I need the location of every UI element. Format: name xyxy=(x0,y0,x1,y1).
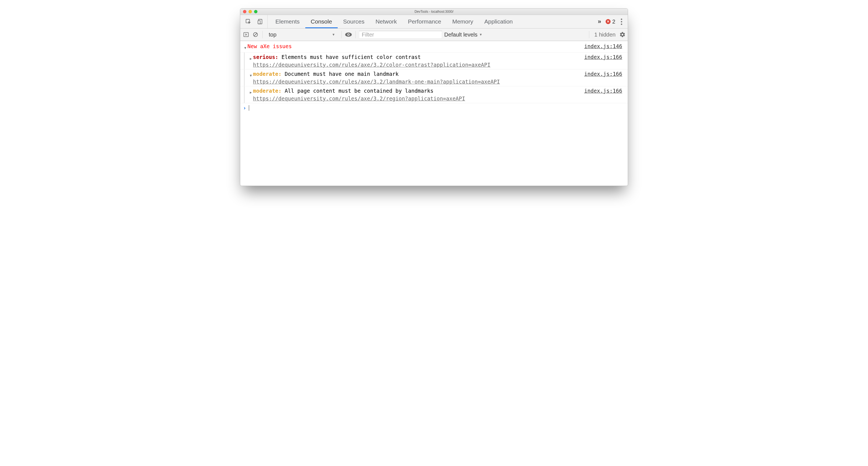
log-levels-label: Default levels xyxy=(444,32,477,38)
settings-kebab-icon[interactable] xyxy=(620,18,623,26)
titlebar: DevTools - localhost:3000/ xyxy=(240,8,628,15)
tree-connector-line xyxy=(244,86,244,103)
disclosure-triangle-down-icon[interactable]: ▼ xyxy=(243,42,247,52)
log-message: Elements must have sufficient color cont… xyxy=(278,54,421,60)
console-group-header[interactable]: ▼ New aXe issues index.js:146 xyxy=(240,42,628,53)
tab-console[interactable]: Console xyxy=(305,15,338,28)
window-title: DevTools - localhost:3000/ xyxy=(240,10,628,13)
tab-performance[interactable]: Performance xyxy=(402,15,447,28)
svg-point-8 xyxy=(348,34,349,35)
tree-connector-line xyxy=(244,69,244,86)
toolbar-separator xyxy=(262,31,263,38)
inspect-element-icon[interactable] xyxy=(245,18,252,25)
console-toolbar-right: 1 hidden xyxy=(588,31,625,38)
error-count-value: 2 xyxy=(612,19,615,25)
toggle-sidebar-icon[interactable] xyxy=(243,31,250,38)
chevron-down-icon: ▼ xyxy=(332,33,335,36)
tab-application[interactable]: Application xyxy=(479,15,519,28)
tab-elements[interactable]: Elements xyxy=(270,15,305,28)
error-icon: ✕ xyxy=(606,19,611,24)
console-entries: ▶serious: Elements must have sufficient … xyxy=(240,53,628,103)
console-settings-icon[interactable] xyxy=(619,32,625,38)
tab-memory[interactable]: Memory xyxy=(447,15,479,28)
svg-rect-2 xyxy=(258,21,260,24)
execution-context-value: top xyxy=(269,32,277,38)
toolbar-separator xyxy=(341,31,342,38)
severity-label: moderate: xyxy=(253,88,281,94)
window-close-button[interactable] xyxy=(243,10,246,13)
severity-label: serious: xyxy=(253,54,278,60)
window-maximize-button[interactable] xyxy=(254,10,257,13)
console-log-row[interactable]: ▶serious: Elements must have sufficient … xyxy=(240,53,628,69)
live-expression-icon[interactable] xyxy=(345,31,352,38)
filter-input[interactable] xyxy=(359,31,442,38)
doc-url-link[interactable]: https://dequeuniversity.com/rules/axe/3.… xyxy=(253,78,581,86)
tabs-right-group: » ✕ 2 xyxy=(598,18,627,26)
disclosure-triangle-right-icon[interactable]: ▶ xyxy=(249,87,253,96)
prompt-caret-icon: › xyxy=(243,104,249,112)
panel-tabs: Elements Console Sources Network Perform… xyxy=(270,15,518,28)
console-log-row[interactable]: ▼moderate: Document must have one main l… xyxy=(240,69,628,86)
log-levels-select[interactable]: Default levels ▼ xyxy=(444,32,483,38)
error-count-pill[interactable]: ✕ 2 xyxy=(606,19,615,25)
source-link[interactable]: index.js:166 xyxy=(584,53,622,61)
disclosure-triangle-down-icon[interactable]: ▼ xyxy=(249,70,253,80)
tab-network[interactable]: Network xyxy=(370,15,402,28)
traffic-lights xyxy=(240,10,257,13)
toolbar-separator xyxy=(355,31,356,38)
chevron-down-icon: ▼ xyxy=(479,33,483,36)
console-group-label: New aXe issues xyxy=(247,42,292,50)
console-toolbar: top ▼ Default levels ▼ 1 hidden xyxy=(240,29,628,41)
log-message: All page content must be contained by la… xyxy=(281,88,433,94)
log-main: moderate: Document must have one main la… xyxy=(253,70,584,86)
console-log-row[interactable]: ▶moderate: All page content must be cont… xyxy=(240,86,628,103)
tab-sources[interactable]: Sources xyxy=(338,15,370,28)
doc-url-link[interactable]: https://dequeuniversity.com/rules/axe/3.… xyxy=(253,61,581,69)
main-tabs-row: Elements Console Sources Network Perform… xyxy=(240,15,628,29)
inspect-toggle-group xyxy=(241,15,268,28)
clear-console-icon[interactable] xyxy=(252,31,259,38)
window-minimize-button[interactable] xyxy=(249,10,252,13)
svg-line-5 xyxy=(254,33,257,36)
toolbar-separator xyxy=(589,31,589,38)
log-main: serious: Elements must have sufficient c… xyxy=(253,53,584,69)
device-toolbar-icon[interactable] xyxy=(257,18,264,25)
log-message: Document must have one main landmark xyxy=(281,71,399,77)
execution-context-select[interactable]: top ▼ xyxy=(266,32,338,38)
severity-label: moderate: xyxy=(253,71,281,77)
tree-connector-line xyxy=(244,53,244,69)
source-link[interactable]: index.js:146 xyxy=(584,42,622,50)
console-body: ▼ New aXe issues index.js:146 ▶serious: … xyxy=(240,41,628,186)
hidden-count-label: 1 hidden xyxy=(594,32,616,38)
source-link[interactable]: index.js:166 xyxy=(584,70,622,78)
disclosure-triangle-right-icon[interactable]: ▶ xyxy=(249,53,253,63)
devtools-window: DevTools - localhost:3000/ Elements Cons… xyxy=(240,8,628,186)
log-main: moderate: All page content must be conta… xyxy=(253,87,584,102)
console-prompt[interactable]: › xyxy=(240,103,628,113)
prompt-cursor xyxy=(249,105,249,111)
source-link[interactable]: index.js:166 xyxy=(584,87,622,95)
doc-url-link[interactable]: https://dequeuniversity.com/rules/axe/3.… xyxy=(253,95,581,102)
overflow-tabs-button[interactable]: » xyxy=(598,18,601,25)
